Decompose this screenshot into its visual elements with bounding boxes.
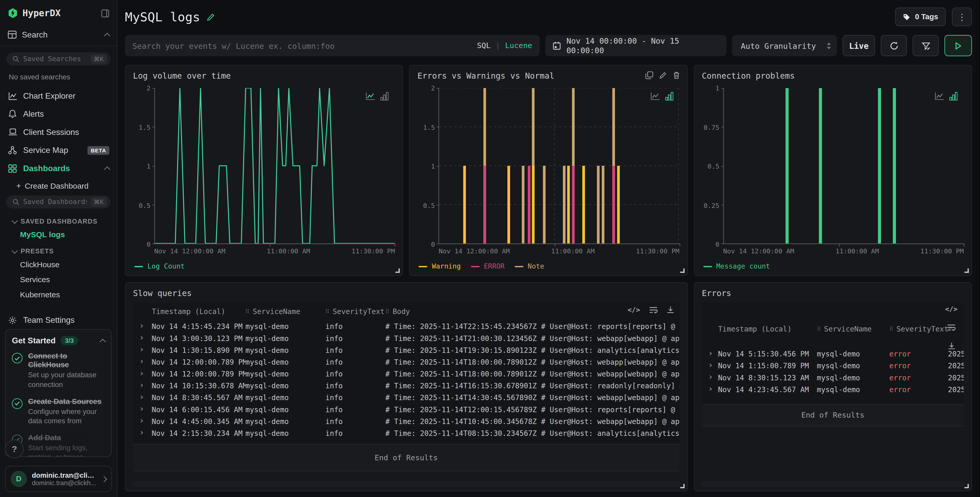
row-expander-icon[interactable]: › <box>133 382 152 389</box>
preset-item-kubernetes[interactable]: Kubernetes <box>0 287 117 302</box>
download-icon[interactable] <box>947 342 956 350</box>
chart-plot-area[interactable] <box>723 88 964 244</box>
resize-handle[interactable] <box>680 484 684 488</box>
dashboard-item-mysql-logs[interactable]: MySQL logs <box>0 228 117 243</box>
sidebar-item-chart-explorer[interactable]: Chart Explorer <box>0 87 117 105</box>
row-expander-icon[interactable]: › <box>133 405 152 413</box>
sidebar-item-service-map[interactable]: Service Map BETA <box>0 141 117 159</box>
column-header[interactable]: ⠿SeverityText <box>889 325 948 333</box>
table-row[interactable]: ›Nov 14 3:00:30.123 PMmysql-demoinfo# Ti… <box>133 332 679 344</box>
table-row[interactable]: ›Nov 14 4:45:00.345 AMmysql-demoinfo# Ti… <box>133 415 679 427</box>
saved-searches-input[interactable] <box>23 55 87 63</box>
table-row[interactable]: ›Nov 14 5:15:30.456 PMmysql-demoerror202… <box>702 348 964 359</box>
row-expander-icon[interactable]: › <box>133 429 152 437</box>
saved-dashboards-input[interactable] <box>23 198 87 206</box>
sql-toggle[interactable]: SQL <box>477 41 491 50</box>
granularity-select[interactable]: Auto Granularity <box>732 35 837 56</box>
table-row[interactable]: ›Nov 14 12:00:00.789 PMmysql-demoinfo# T… <box>133 356 679 368</box>
row-expander-icon[interactable]: › <box>133 322 152 330</box>
resize-handle[interactable] <box>964 484 969 488</box>
column-drag-icon[interactable]: ⠿ <box>889 326 893 332</box>
preset-item-clickhouse[interactable]: ClickHouse <box>0 257 117 272</box>
row-expander-icon[interactable]: › <box>133 418 152 425</box>
line-chart-toggle-icon[interactable] <box>650 92 660 100</box>
table-row[interactable]: ›Nov 14 6:00:15.456 AMmysql-demoinfo# Ti… <box>133 403 679 415</box>
table-row[interactable]: ›Nov 14 10:15:30.678 AMmysql-demoinfo# T… <box>133 379 679 391</box>
chart-plot-area[interactable] <box>154 88 395 244</box>
get-started-step[interactable]: Connect to ClickHouse Set up your databa… <box>12 352 105 390</box>
sidebar-item-team-settings[interactable]: Team Settings <box>0 311 117 329</box>
refresh-button[interactable] <box>881 35 907 56</box>
edit-icon[interactable] <box>659 71 667 79</box>
lucene-toggle[interactable]: Lucene <box>505 41 532 50</box>
row-expander-icon[interactable]: › <box>133 394 152 401</box>
row-expander-icon[interactable]: › <box>702 374 718 381</box>
line-chart-toggle-icon[interactable] <box>934 92 945 100</box>
get-started-step[interactable]: Add Data Start sending logs, metrics, or… <box>12 433 105 457</box>
get-started-step[interactable]: Create Data Sources Configure where your… <box>12 397 105 426</box>
edit-title-icon[interactable] <box>207 12 216 21</box>
help-button[interactable]: ? <box>5 440 24 458</box>
row-expander-icon[interactable]: › <box>702 362 718 369</box>
row-expander-icon[interactable]: › <box>133 346 152 354</box>
row-expander-icon[interactable]: › <box>702 350 718 357</box>
row-expander-icon[interactable]: › <box>133 358 152 365</box>
horizontal-scrollbar[interactable] <box>132 481 681 487</box>
sidebar-item-dashboards[interactable]: Dashboards <box>0 159 117 177</box>
date-range-picker[interactable]: Nov 14 00:00:00 - Nov 15 00:00:00 <box>545 35 727 56</box>
table-row[interactable]: ›Nov 14 8:30:15.123 AMmysql-demoerror202… <box>702 372 964 383</box>
sidebar-item-alerts[interactable]: Alerts <box>0 105 117 123</box>
column-header[interactable]: ⠿SeverityText <box>326 307 385 316</box>
legend-item[interactable]: Message count <box>703 262 770 270</box>
filter-button[interactable] <box>913 35 939 56</box>
resize-handle[interactable] <box>680 268 684 273</box>
table-row[interactable]: ›Nov 14 2:15:30.234 AMmysql-demoinfo# Ti… <box>133 427 679 439</box>
run-query-button[interactable] <box>945 35 972 56</box>
chart-plot-area[interactable] <box>439 88 679 244</box>
sidebar-collapse-icon[interactable] <box>101 9 110 17</box>
table-row[interactable]: ›Nov 14 4:23:45.567 AMmysql-demoerror202… <box>702 383 964 395</box>
column-drag-icon[interactable]: ⠿ <box>245 308 250 314</box>
user-menu[interactable]: D dominic.tran@clic... dominic.tran@clic… <box>5 466 111 492</box>
resize-handle[interactable] <box>396 268 400 273</box>
resize-handle[interactable] <box>964 268 969 273</box>
legend-item[interactable]: Warning <box>419 262 461 270</box>
row-expander-icon[interactable]: › <box>702 386 718 393</box>
bar-chart-toggle-icon[interactable] <box>380 92 389 100</box>
section-saved-dashboards[interactable]: SAVED DASHBOARDS <box>0 213 117 227</box>
create-dashboard-button[interactable]: + Create Dashboard <box>0 178 117 195</box>
column-drag-icon[interactable]: ⠿ <box>326 308 329 314</box>
wrap-lines-icon[interactable] <box>947 324 956 332</box>
column-header[interactable]: Timestamp (Local) <box>152 307 245 316</box>
saved-searches-box[interactable]: ⌘K <box>6 52 111 66</box>
column-drag-icon[interactable]: ⠿ <box>817 326 821 332</box>
view-source-icon[interactable]: </> <box>628 306 640 314</box>
row-expander-icon[interactable]: › <box>133 334 152 342</box>
horizontal-scrollbar[interactable] <box>700 481 965 487</box>
live-button[interactable]: Live <box>843 35 875 56</box>
saved-dashboards-box[interactable]: ⌘K <box>6 195 111 209</box>
tags-button[interactable]: 0 Tags <box>895 8 945 26</box>
bar-chart-toggle-icon[interactable] <box>950 92 958 100</box>
column-header[interactable]: ⠿ServiceName <box>245 307 326 316</box>
chevron-up-icon[interactable] <box>100 339 106 345</box>
section-presets[interactable]: PRESETS <box>0 243 117 257</box>
legend-item[interactable]: ERROR <box>471 262 505 270</box>
view-source-icon[interactable]: </> <box>945 305 958 313</box>
bar-chart-toggle-icon[interactable] <box>665 92 673 100</box>
delete-icon[interactable] <box>673 71 680 79</box>
column-header[interactable]: ⠿ServiceName <box>817 325 889 333</box>
row-expander-icon[interactable]: › <box>133 370 152 378</box>
duplicate-icon[interactable] <box>645 71 653 79</box>
sidebar-item-search[interactable]: Search <box>0 25 117 44</box>
legend-item[interactable]: Log Count <box>134 262 185 270</box>
legend-item[interactable]: Note <box>515 262 544 270</box>
dashboard-menu-button[interactable]: ⋮ <box>952 8 972 26</box>
download-icon[interactable] <box>667 306 675 314</box>
column-drag-icon[interactable]: ⠿ <box>385 308 390 314</box>
table-row[interactable]: ›Nov 14 1:15:00.789 PMmysql-demoerror202… <box>702 359 964 372</box>
event-search-input[interactable] <box>132 41 477 50</box>
wrap-lines-icon[interactable] <box>649 306 658 314</box>
table-row[interactable]: ›Nov 14 8:30:45.567 AMmysql-demoinfo# Ti… <box>133 391 679 403</box>
table-row[interactable]: ›Nov 14 1:30:15.890 PMmysql-demoinfo# Ti… <box>133 344 679 356</box>
